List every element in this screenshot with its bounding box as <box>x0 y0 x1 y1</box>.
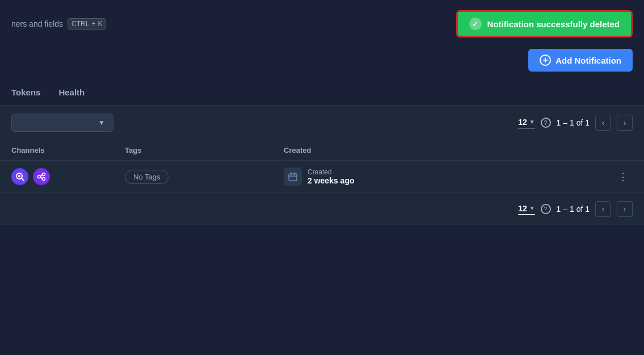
add-notification-label: Add Notification <box>555 56 621 65</box>
created-value: 2 weeks ago <box>308 176 355 185</box>
search-hint-text: ners and fields <box>11 19 63 28</box>
grafana-channel-icon <box>11 168 28 185</box>
svg-point-1 <box>18 175 20 177</box>
table-controls-top: ▼ 12 ▼ ? 1 – 1 of 1 ‹ › <box>0 106 644 140</box>
table-header: Channels Tags Created <box>0 140 644 160</box>
tags-cell: No Tags <box>125 172 284 182</box>
tab-health[interactable]: Health <box>58 82 85 105</box>
search-area: ners and fields CTRL + K <box>11 18 106 30</box>
ctrl-key: CTRL <box>71 20 89 28</box>
calendar-icon <box>284 168 302 186</box>
page-size-arrow-top: ▼ <box>529 119 535 125</box>
no-tags-badge: No Tags <box>125 170 169 184</box>
toast-message: Notification successfully deleted <box>487 19 620 29</box>
created-info: Created 2 weeks ago <box>308 168 355 185</box>
created-label: Created <box>308 168 355 176</box>
k-key: K <box>98 20 102 28</box>
next-page-button-top[interactable]: › <box>617 115 633 131</box>
svg-line-6 <box>41 174 43 177</box>
help-icon-top[interactable]: ? <box>541 118 551 128</box>
page-info-bottom: 1 – 1 of 1 <box>557 204 590 214</box>
channels-cell <box>11 168 125 185</box>
prev-page-button-top[interactable]: ‹ <box>595 115 611 131</box>
add-notification-button[interactable]: + Add Notification <box>528 49 633 72</box>
success-checkmark-icon: ✓ <box>469 18 482 30</box>
success-toast: ✓ Notification successfully deleted <box>456 10 633 37</box>
svg-line-7 <box>41 177 43 179</box>
action-bar: + Add Notification <box>0 43 644 82</box>
tags-column-header: Tags <box>125 146 284 154</box>
svg-point-3 <box>38 176 41 178</box>
page-size-value-bottom: 12 <box>518 204 527 213</box>
row-more-options-button[interactable]: ⋮ <box>613 168 633 185</box>
table-row: No Tags Created 2 weeks ago ⋮ <box>0 160 644 193</box>
pagination-top: 12 ▼ ? 1 – 1 of 1 ‹ › <box>518 115 633 131</box>
channels-column-header: Channels <box>11 146 125 154</box>
page-size-value-top: 12 <box>518 118 527 127</box>
dropdown-arrow-icon: ▼ <box>98 119 105 127</box>
tabs-bar: Tokens Health <box>0 82 644 106</box>
prev-page-button-bottom[interactable]: ‹ <box>595 201 611 217</box>
pagination-bottom: 12 ▼ ? 1 – 1 of 1 ‹ › <box>0 193 644 225</box>
plus-key: + <box>91 20 95 28</box>
help-icon-bottom[interactable]: ? <box>541 204 551 214</box>
tab-tokens[interactable]: Tokens <box>11 82 40 105</box>
created-cell: Created 2 weeks ago ⋮ <box>284 168 633 186</box>
keyboard-shortcut: CTRL + K <box>68 18 106 30</box>
svg-line-2 <box>22 178 24 181</box>
page-size-arrow-bottom: ▼ <box>529 205 535 211</box>
created-column-header: Created <box>284 146 633 154</box>
page-info-top: 1 – 1 of 1 <box>557 118 590 127</box>
svg-point-4 <box>43 173 45 176</box>
page-size-selector-top[interactable]: 12 ▼ <box>518 118 534 128</box>
webhook-channel-icon <box>33 168 50 185</box>
plus-circle-icon: + <box>540 55 551 66</box>
svg-rect-8 <box>289 174 297 181</box>
top-bar: ners and fields CTRL + K ✓ Notification … <box>0 0 644 43</box>
filter-dropdown[interactable]: ▼ <box>11 114 113 132</box>
next-page-button-bottom[interactable]: › <box>617 201 633 217</box>
svg-point-5 <box>43 178 45 181</box>
page-size-selector-bottom[interactable]: 12 ▼ <box>518 204 534 215</box>
